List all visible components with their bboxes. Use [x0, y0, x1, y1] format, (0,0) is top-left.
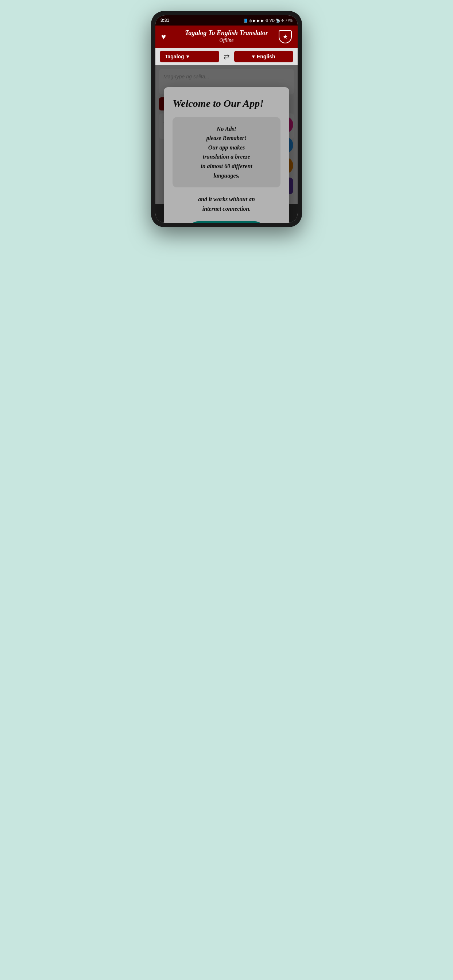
language-selector-bar: Tagalog ▾ ⇄ ▾ English — [155, 48, 298, 65]
almost-60-text: in almost 60 different — [201, 163, 252, 169]
get-started-button[interactable]: Get Started — [189, 221, 265, 223]
source-language-label: Tagalog — [165, 54, 184, 59]
swap-icon: ⇄ — [223, 52, 230, 60]
battery-indicator: 77% — [285, 19, 292, 22]
status-time: 3:31 — [161, 18, 169, 23]
status-bar: 3:31 📘 ◎ ▶ ▶ ▶ ⚙ VD 📡 ✈ 77% — [155, 15, 298, 25]
app-makes-text: Our app makes — [208, 145, 245, 151]
app-title: Tagalog To English Translator — [161, 29, 292, 37]
phone-wrapper: 3:31 📘 ◎ ▶ ▶ ▶ ⚙ VD 📡 ✈ 77% ♥ Tagalog To… — [151, 11, 302, 227]
swap-languages-button[interactable]: ⇄ — [222, 51, 231, 62]
app-header: ♥ Tagalog To English Translator Offline … — [155, 25, 298, 48]
modal-overlay: Welcome to Our App! No Ads! please Remab… — [155, 65, 298, 204]
welcome-modal: Welcome to Our App! No Ads! please Remab… — [164, 87, 289, 223]
no-ads-text: No Ads! — [217, 126, 236, 132]
translation-breeze-text: translation a breeze — [203, 153, 250, 160]
languages-text: languages, — [214, 172, 239, 179]
app-subtitle: Offline — [161, 38, 292, 43]
modal-title: Welcome to Our App! — [172, 97, 280, 110]
modal-info-box: No Ads! please Remaber! Our app makes tr… — [172, 117, 280, 188]
internet-text: internet connection. — [203, 205, 250, 212]
source-language-button[interactable]: Tagalog ▾ — [160, 51, 219, 62]
remember-text: please Remaber! — [206, 135, 247, 141]
modal-info-text: No Ads! please Remaber! Our app makes tr… — [179, 124, 274, 180]
modal-extra-text: and it works without an internet connect… — [172, 195, 280, 213]
phone-screen: 3:31 📘 ◎ ▶ ▶ ▶ ⚙ VD 📡 ✈ 77% ♥ Tagalog To… — [155, 15, 298, 223]
source-lang-dropdown-icon: ▾ — [187, 54, 189, 59]
status-icons: 📘 ◎ ▶ ▶ ▶ ⚙ VD 📡 ✈ 77% — [243, 19, 292, 22]
shield-icon[interactable]: ★ — [279, 30, 292, 43]
target-lang-dropdown-icon: ▾ — [252, 54, 255, 59]
target-language-button[interactable]: ▾ English — [234, 51, 293, 62]
heart-icon[interactable]: ♥ — [161, 32, 166, 41]
target-language-label: English — [257, 54, 275, 59]
main-content: Mag-type ng salita... Translate Re... 🎤 … — [155, 65, 298, 204]
works-without-text: and it works without an — [198, 196, 255, 202]
